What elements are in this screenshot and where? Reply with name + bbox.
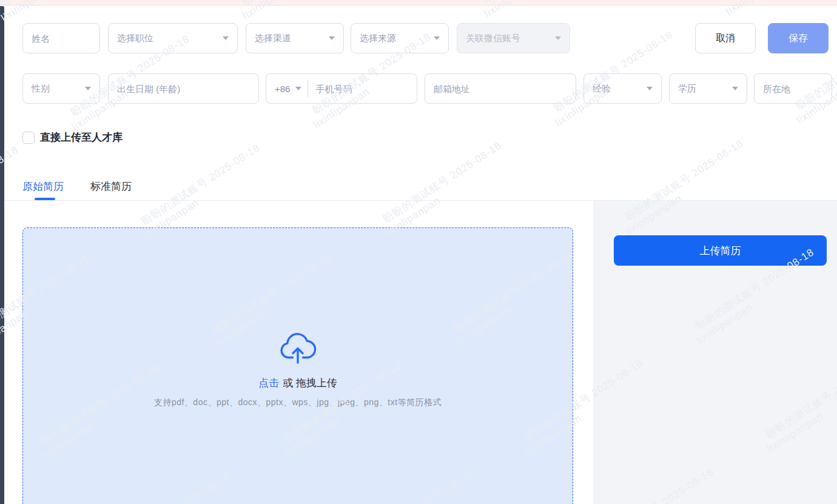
save-button[interactable]: 保存 xyxy=(768,23,829,53)
wechat-select: 关联微信账号 xyxy=(457,23,570,53)
education-select-placeholder: 学历 xyxy=(678,83,727,95)
chevron-down-icon xyxy=(85,87,91,90)
chevron-down-icon xyxy=(329,36,335,40)
chevron-down-icon xyxy=(647,87,653,90)
name-input[interactable] xyxy=(32,33,91,44)
new-candidate-drawer: 选择职位 选择渠道 选择来源 关联微信账号 取消 保存 性别 +86 经 xyxy=(0,0,837,504)
resume-upload-dropzone[interactable]: 点击或 拖拽上传 支持pdf、doc、ppt、docx、pptx、wps、jpg… xyxy=(22,227,573,504)
dropzone-click-link[interactable]: 点击 xyxy=(258,377,279,389)
chevron-down-icon xyxy=(434,36,440,40)
birthdate-input[interactable] xyxy=(117,84,250,94)
talent-pool-checkbox[interactable] xyxy=(22,132,35,144)
phone-country-code-value: +86 xyxy=(275,84,290,94)
source-select-placeholder: 选择来源 xyxy=(360,33,429,44)
name-field[interactable] xyxy=(22,23,100,53)
talent-pool-row: 直接上传至人才库 xyxy=(22,130,123,144)
dropzone-drag-text: 或 拖拽上传 xyxy=(283,377,337,389)
gender-select-placeholder: 性别 xyxy=(32,83,80,95)
channel-select-placeholder: 选择渠道 xyxy=(255,33,324,44)
phone-input[interactable] xyxy=(315,84,408,94)
chevron-down-icon xyxy=(295,87,301,90)
experience-select[interactable]: 经验 xyxy=(583,73,662,104)
phone-country-code-select[interactable]: +86 xyxy=(266,84,308,94)
dropzone-text: 点击或 拖拽上传 xyxy=(23,376,573,390)
experience-select-placeholder: 经验 xyxy=(593,83,642,95)
email-field[interactable] xyxy=(425,73,576,104)
tab-original-resume[interactable]: 原始简历 xyxy=(22,177,64,200)
chevron-down-icon xyxy=(732,87,738,90)
cloud-upload-icon xyxy=(278,330,318,365)
background-sidebar-sliver xyxy=(0,6,4,504)
source-select[interactable]: 选择来源 xyxy=(351,23,449,53)
position-select[interactable]: 选择职位 xyxy=(108,23,238,53)
talent-pool-label: 直接上传至人才库 xyxy=(40,130,123,144)
location-field[interactable] xyxy=(754,73,832,104)
location-input[interactable] xyxy=(763,84,823,94)
tab-standard-resume[interactable]: 标准简历 xyxy=(90,177,132,200)
education-select[interactable]: 学历 xyxy=(669,73,747,104)
wechat-select-placeholder: 关联微信账号 xyxy=(466,33,550,44)
chevron-down-icon xyxy=(555,36,561,40)
right-panel: 上传简历 xyxy=(593,201,837,504)
chevron-down-icon xyxy=(223,36,229,40)
watermark-text: 盼盼的测试账号 2025-08-18lixinlipanpan xyxy=(551,0,793,212)
cancel-button[interactable]: 取消 xyxy=(695,23,756,53)
phone-field[interactable]: +86 xyxy=(266,73,417,104)
channel-select[interactable]: 选择渠道 xyxy=(246,23,344,53)
resume-tabs: 原始简历 标准简历 xyxy=(22,177,158,200)
supported-formats-text: 支持pdf、doc、ppt、docx、pptx、wps、jpg、jpeg、png… xyxy=(23,397,573,408)
position-select-placeholder: 选择职位 xyxy=(117,33,218,44)
email-input[interactable] xyxy=(434,84,567,94)
birthdate-field[interactable] xyxy=(108,73,259,104)
upload-resume-button[interactable]: 上传简历 xyxy=(614,235,827,266)
background-page-topbar xyxy=(0,0,837,5)
gender-select[interactable]: 性别 xyxy=(22,73,100,104)
